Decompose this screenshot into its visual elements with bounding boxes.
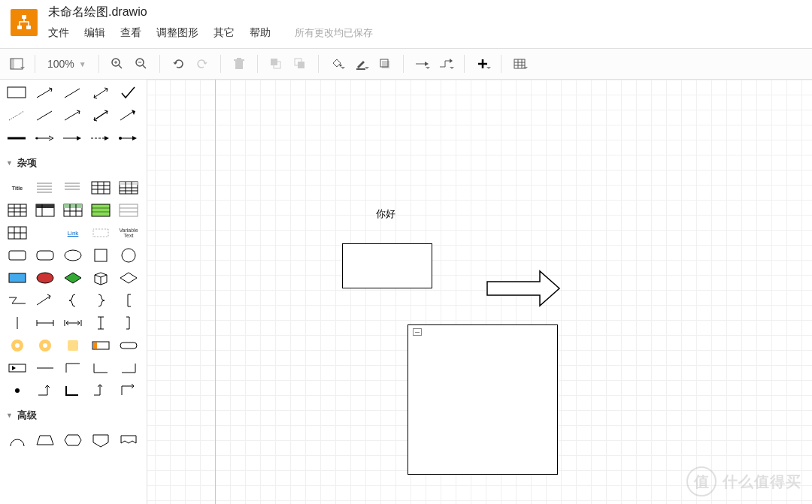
shape-square[interactable] — [88, 245, 114, 266]
zoom-dropdown[interactable]: 100% ▼ — [43, 58, 91, 70]
menu-file[interactable]: 文件 — [48, 26, 69, 40]
canvas-rectangle-small[interactable] — [342, 243, 432, 288]
menu-edit[interactable]: 编辑 — [84, 26, 105, 40]
section-misc-header[interactable]: ▼ 杂项 — [0, 152, 147, 174]
shape-grid-2x3[interactable] — [5, 222, 30, 243]
connection-button[interactable] — [411, 53, 432, 74]
shape-table-header[interactable] — [116, 177, 141, 198]
menu-adjust-shapes[interactable]: 调整图形 — [156, 26, 198, 40]
canvas-arrow[interactable] — [486, 270, 561, 310]
shape-dim-v[interactable] — [88, 312, 114, 333]
zoom-out-button[interactable] — [131, 53, 152, 74]
shape-gear-gold[interactable] — [5, 335, 30, 356]
waypoints-button[interactable] — [435, 53, 456, 74]
shape-title[interactable]: Title — [5, 177, 30, 198]
shape-corner-br[interactable] — [88, 358, 114, 379]
delete-button[interactable] — [229, 53, 250, 74]
shape-table-outline[interactable] — [116, 200, 141, 221]
shape-ellipse-red[interactable] — [32, 267, 58, 288]
shape-corner-tl[interactable] — [60, 358, 86, 379]
shape-brace-right[interactable] — [88, 290, 114, 311]
shape-link[interactable]: Link — [60, 222, 86, 243]
shape-halfcircle[interactable] — [5, 430, 30, 451]
undo-button[interactable] — [168, 53, 189, 74]
shape-dim-h[interactable] — [32, 312, 58, 333]
shape-gear-orange[interactable] — [60, 335, 86, 356]
shape-checkmark[interactable] — [116, 83, 141, 104]
shape-line-diag2[interactable] — [32, 105, 58, 126]
shape-arrow-fancy1[interactable] — [32, 128, 58, 149]
shape-zigzag[interactable] — [5, 290, 30, 311]
shape-table3x3[interactable] — [88, 177, 114, 198]
shape-arrow-dashed[interactable] — [88, 128, 114, 149]
shape-pill[interactable] — [116, 335, 141, 356]
redo-button[interactable] — [192, 53, 213, 74]
shape-table-b[interactable] — [60, 200, 86, 221]
shape-l-shape[interactable] — [60, 380, 86, 401]
shape-cube[interactable] — [88, 267, 114, 288]
shape-blank1[interactable] — [32, 222, 58, 243]
shape-roundrect[interactable] — [5, 245, 30, 266]
shape-arrow-diag3[interactable] — [116, 105, 141, 126]
to-back-button[interactable] — [289, 53, 311, 74]
shape-bracket-right[interactable] — [116, 312, 141, 333]
line-color-button[interactable] — [350, 53, 371, 74]
menu-view[interactable]: 查看 — [120, 26, 141, 40]
canvas-rectangle-large[interactable] — [408, 324, 558, 475]
canvas[interactable]: 你好 值 什么值得买 — [147, 80, 812, 504]
section-advanced-header[interactable]: ▼ 高级 — [0, 404, 147, 427]
shape-line-diag[interactable] — [60, 83, 86, 104]
table-button[interactable] — [509, 53, 530, 74]
shape-hatch-blue[interactable] — [5, 267, 30, 288]
shape-hline[interactable] — [32, 358, 58, 379]
shape-circle[interactable] — [116, 245, 141, 266]
shape-brace-left[interactable] — [60, 290, 86, 311]
shape-arrow-h[interactable] — [60, 128, 86, 149]
shape-dot[interactable] — [5, 380, 30, 401]
shape-bidir-arrow-diag[interactable] — [88, 83, 114, 104]
canvas-text-nihao[interactable]: 你好 — [376, 207, 395, 221]
shape-rect-outline[interactable] — [5, 83, 30, 104]
shape-bracket-left[interactable] — [116, 290, 141, 311]
shape-bidir-diag2[interactable] — [88, 105, 114, 126]
shape-corner-tr[interactable] — [116, 358, 141, 379]
shape-table-a[interactable] — [5, 200, 30, 221]
shape-arrow-line[interactable] — [32, 83, 58, 104]
shape-label-box[interactable] — [88, 335, 114, 356]
insert-button[interactable] — [472, 53, 493, 74]
shape-banner[interactable] — [116, 430, 141, 451]
shape-list2[interactable] — [60, 177, 86, 198]
shape-dotted-diag[interactable] — [5, 105, 30, 126]
shape-dim-h2[interactable] — [60, 312, 86, 333]
shape-table-green[interactable] — [88, 200, 114, 221]
shape-ellipse[interactable] — [60, 245, 86, 266]
menu-other[interactable]: 其它 — [214, 26, 235, 40]
collapse-handle-icon[interactable] — [413, 328, 422, 336]
to-front-button[interactable] — [265, 53, 286, 74]
fill-color-button[interactable] — [326, 53, 347, 74]
document-title[interactable]: 未命名绘图.drawio — [48, 5, 373, 20]
menu-help[interactable]: 帮助 — [250, 26, 271, 40]
shape-elbow-up[interactable] — [88, 380, 114, 401]
app-logo[interactable] — [11, 9, 38, 36]
shape-thick-line[interactable] — [5, 128, 30, 149]
shape-dashed-box[interactable] — [88, 222, 114, 243]
shape-pentagon-down[interactable] — [88, 430, 114, 451]
shape-gear-gold2[interactable] — [32, 335, 58, 356]
shape-diamond-outline[interactable] — [116, 267, 141, 288]
shape-octagon[interactable] — [60, 430, 86, 451]
shape-diamond-green[interactable] — [60, 267, 86, 288]
shape-zigzag-arrow[interactable] — [32, 290, 58, 311]
shape-arrow-up-elbow[interactable] — [32, 380, 58, 401]
shape-table-dark[interactable] — [32, 200, 58, 221]
shape-vline[interactable] — [5, 312, 30, 333]
shape-arrow-diag2[interactable] — [60, 105, 86, 126]
shadow-button[interactable] — [374, 53, 395, 74]
shape-elbow-right[interactable] — [116, 380, 141, 401]
shape-arrow-dot[interactable] — [116, 128, 141, 149]
shape-roundrect2[interactable] — [32, 245, 58, 266]
shape-play-box[interactable] — [5, 358, 30, 379]
sidebar-toggle-button[interactable] — [6, 53, 27, 74]
shape-vartext[interactable]: Variable Text — [116, 222, 141, 243]
shape-list1[interactable] — [32, 177, 58, 198]
